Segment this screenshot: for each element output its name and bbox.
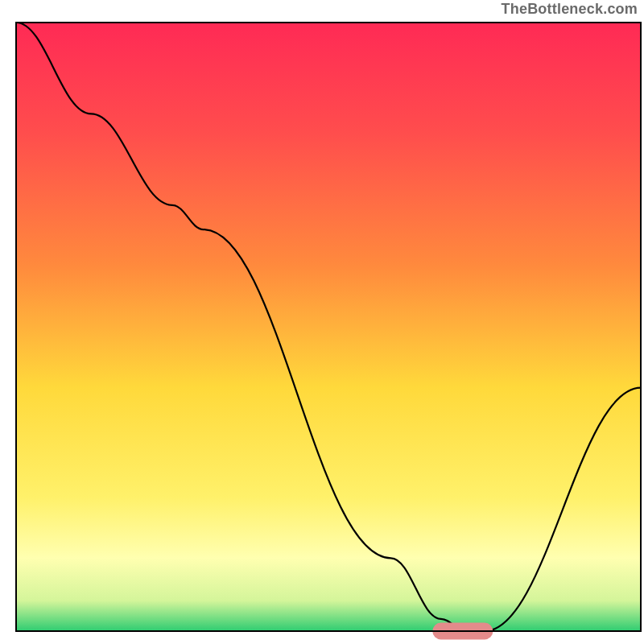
- bottleneck-chart: [0, 0, 644, 644]
- chart-container: TheBottleneck.com: [0, 0, 644, 644]
- watermark-text: TheBottleneck.com: [502, 2, 638, 18]
- gradient-background: [16, 23, 641, 631]
